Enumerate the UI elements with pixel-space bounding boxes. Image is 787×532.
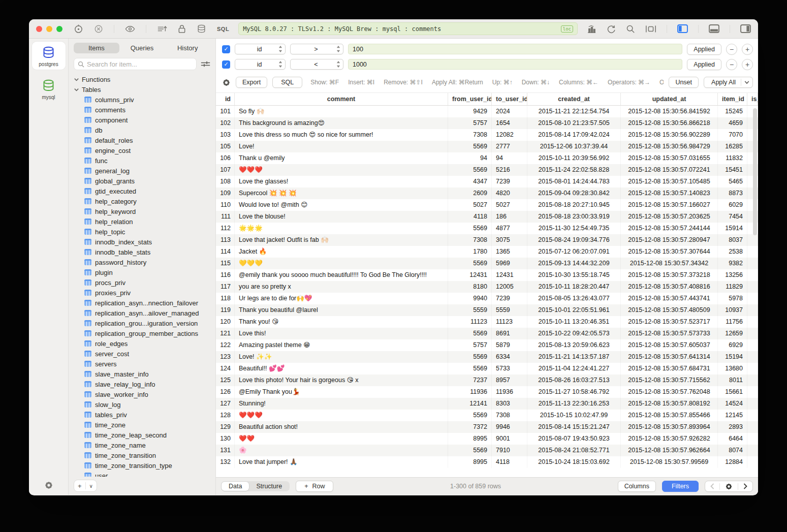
cell-created_at[interactable]: 2015-08-10 21:23:57.505	[527, 117, 621, 129]
cell-is_[interactable]	[747, 304, 758, 316]
cell-id[interactable]: 122	[216, 339, 235, 351]
cell-updated_at[interactable]: 2015-12-08 15:30:57.962664	[621, 445, 718, 456]
cell-comment[interactable]: Stunning!	[235, 398, 448, 410]
cell-updated_at[interactable]: 2015-12-08 15:30:56.841592	[621, 106, 718, 117]
cell-from_user_id[interactable]: 4347	[448, 176, 492, 187]
cell-comment[interactable]: 🌟🌟🌟	[235, 223, 448, 234]
cell-is_[interactable]	[747, 386, 758, 398]
sidebar-table-item[interactable]: tables_priv	[74, 410, 210, 420]
cell-id[interactable]: 124	[216, 363, 235, 374]
cell-comment[interactable]: Supercool 💥 💥 💥	[235, 187, 448, 199]
cell-created_at[interactable]: 2015-10-01 22:05:51.961	[527, 304, 621, 316]
sidebar-table-item[interactable]: time_zone_transition_type	[74, 460, 210, 471]
cell-id[interactable]: 112	[216, 223, 235, 234]
cell-to_user_id[interactable]: 1654	[492, 117, 527, 129]
cell-item_id[interactable]: 8074	[718, 445, 747, 456]
column-header[interactable]: item_id	[718, 93, 747, 105]
tab-data[interactable]: Data	[222, 482, 249, 491]
cell-id[interactable]: 132	[216, 456, 235, 468]
cell-to_user_id[interactable]: 12431	[492, 269, 527, 281]
cell-from_user_id[interactable]: 9940	[448, 293, 492, 304]
cell-from_user_id[interactable]: 2609	[448, 187, 492, 199]
cell-to_user_id[interactable]: 9946	[492, 421, 527, 433]
cell-to_user_id[interactable]: 7239	[492, 176, 527, 187]
chevron-down-icon[interactable]: ∨	[86, 483, 97, 489]
settings-gear-icon[interactable]	[44, 481, 53, 490]
table-row[interactable]: 106Thank u @emily94942015-10-11 20:39:56…	[216, 152, 758, 164]
cell-created_at[interactable]: 2015-11-30 12:54:49.735	[527, 223, 621, 234]
table-row[interactable]: 123Love! ✨✨556963342015-11-21 14:13:57.1…	[216, 351, 758, 363]
cell-created_at[interactable]: 2015-09-04 09:28:30.842	[527, 187, 621, 199]
cell-created_at[interactable]: 2015-10-11 13:20:46.351	[527, 316, 621, 328]
cell-item_id[interactable]: 7454	[718, 211, 747, 223]
cell-created_at[interactable]: 2015-11-13 22:30:16.253	[527, 398, 621, 410]
cell-is_[interactable]	[747, 456, 758, 468]
cell-id[interactable]: 128	[216, 410, 235, 421]
cell-comment[interactable]: Love that jacket! Outfit is fab 🙌🏻	[235, 234, 448, 246]
cell-is_[interactable]	[747, 328, 758, 339]
cell-item_id[interactable]: 15661	[718, 386, 747, 398]
cell-from_user_id[interactable]: 11936	[448, 386, 492, 398]
sidebar-table-item[interactable]: help_topic	[74, 227, 210, 237]
table-row[interactable]: 131🌸556979102015-08-24 21:08:52.7712015-…	[216, 445, 758, 456]
sidebar-table-item[interactable]: time_zone_leap_second	[74, 430, 210, 440]
cell-created_at[interactable]: 2015-08-14 17:09:42.024	[527, 129, 621, 141]
table-row[interactable]: 126@Emily Thank you💃11936119362015-11-27…	[216, 386, 758, 398]
cell-from_user_id[interactable]: 5569	[448, 223, 492, 234]
cell-to_user_id[interactable]: 186	[492, 211, 527, 223]
cell-item_id[interactable]: 13256	[718, 269, 747, 281]
sidebar-table-item[interactable]: help_keyword	[74, 206, 210, 216]
cell-item_id[interactable]: 6464	[718, 433, 747, 445]
cell-item_id[interactable]: 8011	[718, 374, 747, 386]
cell-item_id[interactable]: 8873	[718, 187, 747, 199]
cell-created_at[interactable]: 2015-07-12 06:20:07.091	[527, 246, 621, 258]
sidebar-table-item[interactable]: password_history	[74, 257, 210, 267]
unset-button[interactable]: Unset	[669, 77, 699, 88]
cell-created_at[interactable]: 2015-08-01 14:24:44.783	[527, 176, 621, 187]
sidebar-table-item[interactable]: comments	[74, 105, 210, 115]
sidebar-table-item[interactable]: global_grants	[74, 176, 210, 186]
cell-is_[interactable]	[747, 445, 758, 456]
cell-updated_at[interactable]: 2015-12-08 15:30:57.605037	[621, 339, 718, 351]
table-row[interactable]: 115💛💛💛556959692015-09-13 14:44:32.209201…	[216, 258, 758, 269]
sidebar-table-item[interactable]: slow_log	[74, 399, 210, 410]
filter-value-input[interactable]	[348, 44, 682, 54]
table-row[interactable]: 103Love this dress so much 😍 so nice for…	[216, 129, 758, 141]
cell-comment[interactable]: @Emily Thank you💃	[235, 386, 448, 398]
cell-from_user_id[interactable]: 11123	[448, 316, 492, 328]
table-row[interactable]: 124Beautiful!! 💕💕556957332015-11-04 12:2…	[216, 363, 758, 374]
cell-item_id[interactable]: 10937	[718, 304, 747, 316]
cell-from_user_id[interactable]: 7237	[448, 374, 492, 386]
filters-button[interactable]: Filters	[662, 481, 699, 492]
cell-comment[interactable]: you are so pretty x	[235, 281, 448, 293]
table-row[interactable]: 125Love this photo! Your hair is gorgeou…	[216, 374, 758, 386]
cell-comment[interactable]: ❤️❤️❤️	[235, 164, 448, 176]
cell-to_user_id[interactable]: 3075	[492, 234, 527, 246]
cell-comment[interactable]: Love the blouse!	[235, 211, 448, 223]
cell-created_at[interactable]: 2015-10-24 18:15:03.692	[527, 456, 621, 468]
cell-item_id[interactable]: 4659	[718, 117, 747, 129]
cell-id[interactable]: 114	[216, 246, 235, 258]
cell-comment[interactable]: 🌸	[235, 445, 448, 456]
cell-created_at[interactable]: 2015-10-15 10:02:47.99	[527, 410, 621, 421]
cell-updated_at[interactable]: 2015-12-08 15:30:57.443741	[621, 293, 718, 304]
cell-id[interactable]: 120	[216, 316, 235, 328]
cell-to_user_id[interactable]: 12005	[492, 281, 527, 293]
cell-comment[interactable]: Thank you! 😘	[235, 316, 448, 328]
cell-id[interactable]: 118	[216, 293, 235, 304]
cell-id[interactable]: 127	[216, 398, 235, 410]
cell-updated_at[interactable]: 2015-12-08 15:30:57.34342	[621, 258, 718, 269]
cell-id[interactable]: 111	[216, 211, 235, 223]
cell-comment[interactable]: Love this photo! Your hair is gorgeous 😘…	[235, 374, 448, 386]
cell-item_id[interactable]: 6029	[718, 199, 747, 211]
item-search[interactable]	[74, 58, 197, 70]
cell-comment[interactable]: ❤️❤️❤️	[235, 410, 448, 421]
cell-created_at[interactable]: 2015-10-11 20:39:56.992	[527, 152, 621, 164]
filter-enabled-checkbox[interactable]: ✓	[222, 60, 230, 69]
cell-created_at[interactable]: 2015-08-07 19:43:50.923	[527, 433, 621, 445]
cell-comment[interactable]: Ur legs are to die for🙌💖	[235, 293, 448, 304]
cell-from_user_id[interactable]: 8995	[448, 433, 492, 445]
cell-created_at[interactable]: 2015-12-06 10:37:39.44	[527, 141, 621, 152]
cell-id[interactable]: 106	[216, 152, 235, 164]
cell-created_at[interactable]: 2015-08-24 21:08:52.771	[527, 445, 621, 456]
